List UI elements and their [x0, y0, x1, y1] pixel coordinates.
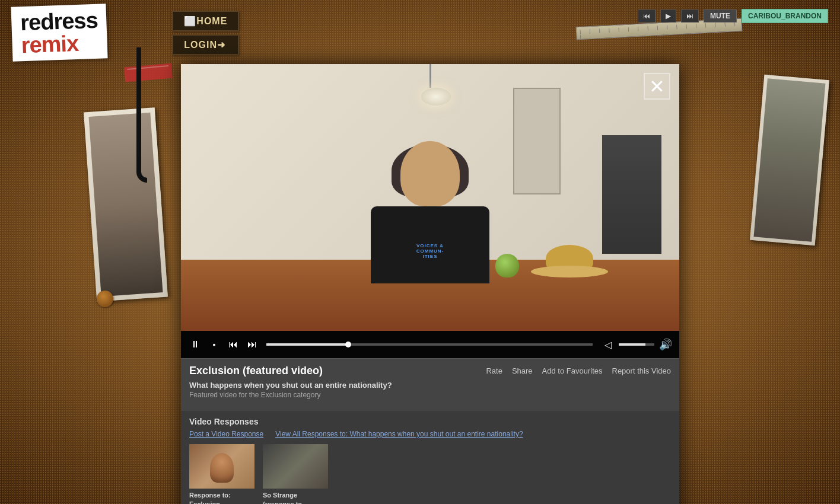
video-person: VOICES &COMMUN-ITIES	[371, 141, 489, 283]
person-hair	[392, 144, 469, 197]
response-title-2: So Strange (response to	[263, 491, 328, 504]
response-title-1: Response to: Exclusion	[189, 491, 254, 504]
volume-high-icon: 🔊	[659, 338, 672, 351]
response-label-1: Response to: Exclusion Posted by McKenz	[189, 491, 254, 504]
ceiling-lamp	[421, 64, 439, 106]
post-response-link[interactable]: Post a Video Response	[189, 430, 263, 438]
thumbnails-row: Response to: Exclusion Posted by McKenz …	[189, 444, 671, 504]
video-actions: Rate Share Add to Favourites Report this…	[486, 366, 671, 375]
responses-section: Video Responses Post a Video Response Vi…	[181, 411, 679, 504]
mute-button[interactable]: MUTE	[704, 9, 737, 23]
person-head	[400, 141, 460, 206]
apple-prop	[495, 254, 519, 277]
fast-forward-icon: ⏭	[247, 339, 257, 350]
next-track-button[interactable]: ⏭	[681, 9, 699, 23]
volume-fill	[619, 343, 645, 346]
responses-title: Video Responses	[189, 417, 671, 426]
decorative-cord	[136, 47, 144, 178]
lamp-cord	[429, 64, 431, 88]
shirt-text: VOICES &COMMUN-ITIES	[416, 243, 444, 259]
view-all-responses-link[interactable]: View All Responses to: What happens when…	[275, 430, 523, 438]
rewind-icon: ⏮	[228, 339, 238, 350]
pause-button[interactable]: ⏸	[188, 337, 202, 352]
video-description: Featured video for the Exclusion categor…	[189, 391, 671, 399]
progress-bar[interactable]	[266, 343, 593, 346]
response-item-1: Response to: Exclusion Posted by McKenz …	[189, 444, 254, 504]
add-favourites-link[interactable]: Add to Favourites	[542, 366, 603, 375]
decorative-photo-left	[84, 107, 168, 302]
volume-bar[interactable]	[619, 343, 654, 346]
logo-line2: remix	[21, 31, 99, 57]
play-button[interactable]: ▶	[660, 9, 676, 23]
video-modal: VOICES &COMMUN-ITIES ✕ ⏸ ▪ ⏮ ⏭ ◁	[181, 64, 679, 504]
response-label-2: So Strange (response to Posted by quixot…	[263, 491, 328, 504]
lamp-shade	[421, 88, 451, 106]
logo: redress remix	[11, 4, 107, 62]
stop-button[interactable]: ▪	[207, 337, 221, 352]
room-door	[513, 88, 561, 194]
room-cabinet	[602, 135, 661, 254]
rate-link[interactable]: Rate	[486, 366, 502, 375]
response-thumbnail-1[interactable]	[189, 444, 254, 489]
person-body: VOICES &COMMUN-ITIES	[371, 206, 489, 283]
nav-area: ⬜HOME LOGIN➜	[172, 11, 239, 55]
close-icon: ✕	[649, 77, 665, 96]
audio-controls: ⏮ ▶ ⏭ MUTE CARIBOU_BRANDON	[638, 9, 828, 23]
prev-track-button[interactable]: ⏮	[638, 9, 656, 23]
response-thumbnail-2[interactable]	[263, 444, 328, 489]
login-button[interactable]: LOGIN➜	[172, 34, 239, 55]
user-tag: CARIBOU_BRANDON	[742, 9, 828, 23]
fast-forward-button[interactable]: ⏭	[245, 337, 259, 352]
video-controls-bar: ⏸ ▪ ⏮ ⏭ ◁ 🔊	[181, 331, 679, 358]
pause-icon: ⏸	[190, 339, 200, 350]
share-link[interactable]: Share	[512, 366, 533, 375]
response-item-2: So Strange (response to Posted by quixot…	[263, 444, 328, 504]
hat-prop	[531, 242, 608, 277]
logo-line1: redress	[20, 9, 98, 34]
video-title-row: Exclusion (featured video) Rate Share Ad…	[189, 365, 671, 377]
report-link[interactable]: Report this Video	[612, 366, 672, 375]
video-frame: VOICES &COMMUN-ITIES ✕	[181, 64, 679, 331]
responses-links: Post a Video Response View All Responses…	[189, 430, 671, 438]
hat-brim	[531, 266, 608, 277]
video-title: Exclusion (featured video)	[189, 365, 323, 377]
stop-icon: ▪	[213, 340, 216, 349]
progress-thumb	[345, 342, 351, 347]
progress-fill	[266, 343, 348, 346]
close-video-button[interactable]: ✕	[644, 73, 670, 100]
volume-icon: ◁	[604, 339, 612, 350]
video-info: Exclusion (featured video) Rate Share Ad…	[181, 358, 679, 411]
decorative-coin	[97, 291, 113, 307]
video-subtitle: What happens when you shut out an entire…	[189, 381, 671, 390]
rewind-button[interactable]: ⏮	[226, 337, 240, 352]
home-button[interactable]: ⬜HOME	[172, 11, 239, 31]
